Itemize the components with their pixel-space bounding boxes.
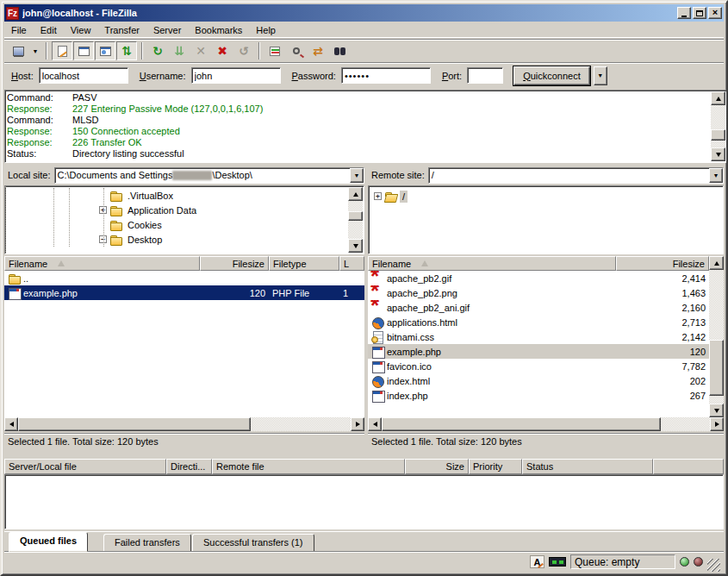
log-line: Response:150 Connection accepted: [7, 126, 710, 137]
menu-view[interactable]: View: [64, 23, 98, 37]
file-row[interactable]: applications.html 2,713: [368, 315, 709, 329]
process-queue-button[interactable]: ⇊: [169, 41, 190, 60]
column-header-spacer: [653, 459, 724, 474]
column-header-priority[interactable]: Priority: [469, 459, 522, 474]
directory-comparison-button[interactable]: [286, 41, 307, 60]
title-bar[interactable]: Fz john@localhost - FileZilla ×: [4, 4, 724, 22]
scroll-right-button[interactable]: [710, 417, 724, 431]
file-row[interactable]: favicon.ico 7,782: [368, 359, 709, 373]
local-hscrollbar[interactable]: [4, 417, 364, 431]
local-tree-scrollbar[interactable]: [348, 187, 363, 253]
file-row[interactable]: index.html 202: [368, 373, 709, 388]
file-row[interactable]: apache_pb2.gif 2,414: [368, 271, 709, 285]
local-site-dropdown[interactable]: ▼: [350, 168, 364, 183]
tree-item[interactable]: Cookies: [7, 217, 347, 232]
menu-help[interactable]: Help: [249, 23, 283, 37]
toggle-local-tree-button[interactable]: [73, 41, 94, 60]
scroll-up-button[interactable]: [348, 187, 363, 201]
local-list-header: Filename Filesize Filetype L: [4, 256, 364, 271]
tree-item[interactable]: .VirtualBox: [7, 188, 347, 203]
file-row[interactable]: example.php 120 PHP File 1: [4, 285, 364, 300]
host-input[interactable]: [39, 67, 128, 84]
column-header-filename[interactable]: Filename: [4, 256, 200, 271]
column-header-remote-file[interactable]: Remote file: [212, 459, 405, 474]
cancel-button[interactable]: ✕: [190, 41, 211, 60]
speed-limit-indicator-icon[interactable]: [549, 557, 566, 567]
activity-led-red: [694, 557, 703, 567]
site-manager-dropdown[interactable]: ▼: [29, 41, 41, 60]
scroll-up-button[interactable]: [709, 256, 724, 270]
datatype-ascii-icon[interactable]: A: [530, 555, 544, 568]
scroll-down-button[interactable]: [709, 404, 724, 417]
remote-hscrollbar[interactable]: [368, 417, 724, 431]
remote-vscrollbar[interactable]: [709, 256, 724, 417]
tree-item[interactable]: + Application Data: [7, 203, 347, 217]
toggle-remote-tree-button[interactable]: [95, 41, 115, 60]
file-row[interactable]: bitnami.css 2,142: [368, 329, 709, 344]
file-row[interactable]: apache_pb2_ani.gif 2,160: [368, 300, 709, 315]
tree-item[interactable]: − Desktop: [7, 232, 347, 247]
file-row[interactable]: index.php 267: [368, 388, 709, 403]
menu-edit[interactable]: Edit: [34, 23, 64, 37]
queue-status: Queue: empty: [570, 554, 675, 569]
expand-icon[interactable]: +: [374, 192, 382, 200]
toggle-transfer-queue-button[interactable]: ⇅: [116, 41, 137, 60]
folder-icon: [8, 272, 22, 285]
maximize-button[interactable]: [693, 7, 706, 19]
tab-queued-files[interactable]: Queued files: [9, 532, 88, 552]
column-header-filename[interactable]: Filename: [368, 256, 616, 271]
column-header-status[interactable]: Status: [522, 459, 653, 474]
refresh-button[interactable]: ↻: [147, 41, 168, 60]
log-scrollbar[interactable]: [711, 91, 725, 161]
scroll-right-button[interactable]: [351, 417, 364, 431]
remote-file-list: Filename Filesize apache_pb2.gif 2,414 a…: [368, 256, 724, 431]
quickconnect-dropdown[interactable]: ▼: [594, 66, 607, 85]
scroll-left-button[interactable]: [4, 417, 18, 431]
column-header-local-file[interactable]: Server/Local file: [4, 459, 166, 474]
menu-server[interactable]: Server: [146, 23, 188, 37]
menu-file[interactable]: File: [4, 23, 34, 37]
scroll-up-button[interactable]: [711, 91, 725, 105]
file-row[interactable]: apache_pb2.png 1,463: [368, 285, 709, 300]
remote-site-dropdown[interactable]: ▼: [709, 168, 723, 183]
queue-header: Server/Local file Directi... Remote file…: [4, 459, 724, 474]
scroll-down-button[interactable]: [711, 147, 725, 161]
tree-item-root[interactable]: + /: [374, 189, 719, 203]
local-site-combobox[interactable]: C:\Documents and Settings\Desktop\ ▼: [54, 167, 364, 184]
column-header-filetype[interactable]: Filetype: [269, 256, 339, 271]
toggle-message-log-button[interactable]: [52, 41, 72, 60]
tab-failed-transfers[interactable]: Failed transfers: [103, 534, 191, 552]
column-header-filesize[interactable]: Filesize: [200, 256, 269, 271]
disconnect-button[interactable]: ✖: [212, 41, 233, 60]
column-header-filesize[interactable]: Filesize: [616, 256, 709, 271]
reconnect-button[interactable]: ↺: [233, 41, 254, 60]
column-header-direction[interactable]: Directi...: [166, 459, 212, 474]
sort-asc-icon: [421, 260, 428, 266]
column-header-lastmodified[interactable]: L: [339, 256, 364, 271]
quickconnect-button[interactable]: Quickconnect: [513, 66, 590, 85]
column-header-size[interactable]: Size: [405, 459, 469, 474]
queue-list-body[interactable]: [4, 474, 724, 529]
username-input[interactable]: [191, 67, 281, 84]
local-status-text: Selected 1 file. Total size: 120 bytes: [4, 433, 364, 448]
tab-successful-transfers[interactable]: Successful transfers (1): [192, 534, 314, 552]
php-file-icon: [371, 346, 385, 358]
filter-button[interactable]: [264, 41, 285, 60]
menu-transfer[interactable]: Transfer: [97, 23, 146, 37]
file-row[interactable]: ..: [4, 271, 364, 285]
password-input[interactable]: [341, 67, 431, 84]
minimize-button[interactable]: [677, 7, 691, 19]
remote-site-combobox[interactable]: / ▼: [428, 167, 724, 184]
site-manager-button[interactable]: [8, 41, 28, 60]
port-input[interactable]: [467, 67, 503, 84]
resize-grip[interactable]: [707, 559, 720, 572]
file-row[interactable]: example.php 120: [368, 344, 709, 359]
open-folder-icon: [384, 191, 398, 203]
scroll-down-button[interactable]: [348, 239, 363, 253]
close-button[interactable]: ×: [708, 7, 722, 19]
scroll-left-button[interactable]: [368, 417, 382, 431]
menu-bookmarks[interactable]: Bookmarks: [188, 23, 249, 37]
reconnect-icon: ↺: [239, 45, 249, 57]
find-files-button[interactable]: [329, 41, 350, 60]
synchronized-browsing-button[interactable]: ⇄: [308, 41, 328, 60]
